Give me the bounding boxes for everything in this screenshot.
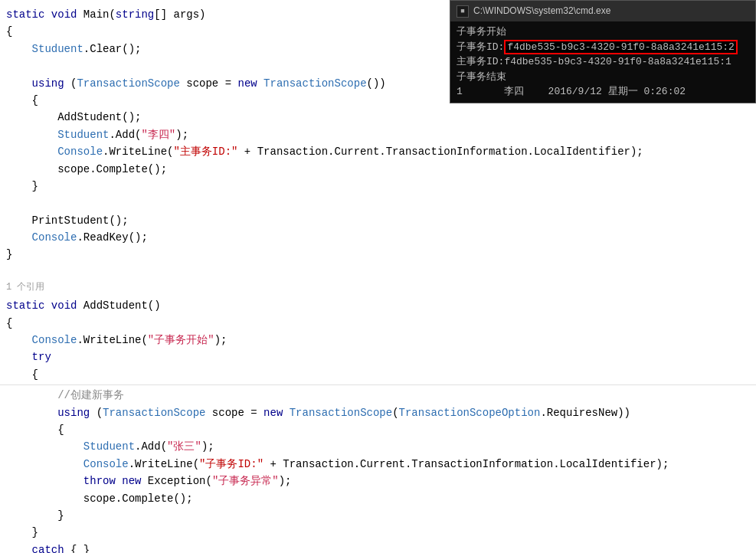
code-text: {	[6, 92, 38, 109]
code-text: }	[6, 246, 12, 263]
separator	[0, 384, 756, 385]
cmd-line-5: 1 李四 2016/9/12 星期一 0:26:02	[457, 84, 749, 100]
code-line: using (TransactionScope scope = new Tran…	[0, 404, 756, 421]
cmd-content: 子事务开始 子事务ID:f4dbe535-b9c3-4320-91f0-8a8a…	[450, 21, 755, 103]
code-line: Console.ReadKey();	[0, 229, 756, 246]
code-line: {	[0, 315, 756, 332]
ref-count: 1 个引用	[6, 280, 44, 295]
code-text	[6, 195, 12, 211]
code-text: throw new Exception("子事务异常");	[6, 473, 292, 489]
code-text: //创建新事务	[6, 387, 124, 404]
cmd-icon: ■	[457, 5, 469, 18]
code-line: AddStudent();	[0, 109, 756, 126]
code-line: }	[0, 524, 756, 541]
code-line: //创建新事务	[0, 387, 756, 404]
code-text: static void Main(string[] args)	[6, 6, 206, 23]
code-text: Console.ReadKey();	[6, 229, 148, 246]
code-text: AddStudent();	[6, 109, 141, 126]
code-text: scope.Complete();	[6, 161, 167, 178]
code-text: Studuent.Add("张三");	[6, 438, 214, 455]
code-text: }	[6, 507, 64, 524]
cmd-line-2: 子事务ID:f4dbe535-b9c3-4320-91f0-8a8a3241e1…	[457, 40, 749, 55]
code-text: {	[6, 421, 64, 438]
ref-count-line: 1 个引用	[0, 280, 756, 297]
code-text: }	[6, 178, 38, 195]
code-text: Console.WriteLine("子事务开始");	[6, 332, 227, 348]
code-line: Console.WriteLine("子事务开始");	[0, 332, 756, 348]
code-text	[6, 263, 12, 280]
code-text: Console.WriteLine("子事务ID:" + Transaction…	[6, 456, 669, 473]
cmd-window: ■ C:\WINDOWS\system32\cmd.exe 子事务开始 子事务I…	[450, 0, 756, 103]
code-line: {	[0, 421, 756, 438]
code-line: }	[0, 178, 756, 195]
code-text: try	[6, 348, 51, 365]
code-line: Console.WriteLine("主事务ID:" + Transaction…	[0, 143, 756, 160]
code-text: using (TransactionScope scope = new Tran…	[6, 404, 630, 421]
code-text: Console.WriteLine("主事务ID:" + Transaction…	[6, 143, 643, 160]
code-text: Studuent.Add("李四");	[6, 126, 188, 143]
code-line: try	[0, 348, 756, 365]
code-text: }	[6, 524, 38, 541]
code-line	[0, 263, 756, 280]
code-editor: ■ C:\WINDOWS\system32\cmd.exe 子事务开始 子事务I…	[0, 0, 756, 553]
code-line: catch { }	[0, 542, 756, 553]
code-text: scope.Complete();	[6, 490, 193, 507]
code-text: Studuent.Clear();	[6, 41, 141, 57]
code-line: PrintStudent();	[0, 212, 756, 229]
cmd-line-3: 主事务ID:f4dbe535-b9c3-4320-91f0-8a8a3241e1…	[457, 54, 749, 70]
code-line	[0, 195, 756, 211]
code-text: {	[6, 23, 12, 40]
code-text: using (TransactionScope scope = new Tran…	[6, 75, 386, 92]
code-text: catch { }	[6, 542, 90, 553]
cmd-highlight: f4dbe535-b9c3-4320-91f0-8a8a3241e115:2	[504, 40, 737, 54]
code-line: throw new Exception("子事务异常");	[0, 473, 756, 489]
code-line: Console.WriteLine("子事务ID:" + Transaction…	[0, 456, 756, 473]
code-text: {	[6, 366, 38, 383]
code-text	[6, 57, 12, 74]
code-line: static void AddStudent()	[0, 297, 756, 314]
code-line: scope.Complete();	[0, 161, 756, 178]
code-text: PrintStudent();	[6, 212, 129, 229]
code-line: scope.Complete();	[0, 490, 756, 507]
code-text: static void AddStudent()	[6, 297, 161, 314]
code-line: }	[0, 507, 756, 524]
cmd-title: C:\WINDOWS\system32\cmd.exe	[473, 4, 610, 18]
code-line: {	[0, 366, 756, 383]
cmd-titlebar: ■ C:\WINDOWS\system32\cmd.exe	[450, 1, 755, 21]
code-text: {	[6, 315, 12, 332]
code-line: Studuent.Add("张三");	[0, 438, 756, 455]
cmd-line-4: 子事务结束	[457, 70, 749, 85]
code-line: Studuent.Add("李四");	[0, 126, 756, 143]
code-line: }	[0, 246, 756, 263]
cmd-line-1: 子事务开始	[457, 25, 749, 40]
